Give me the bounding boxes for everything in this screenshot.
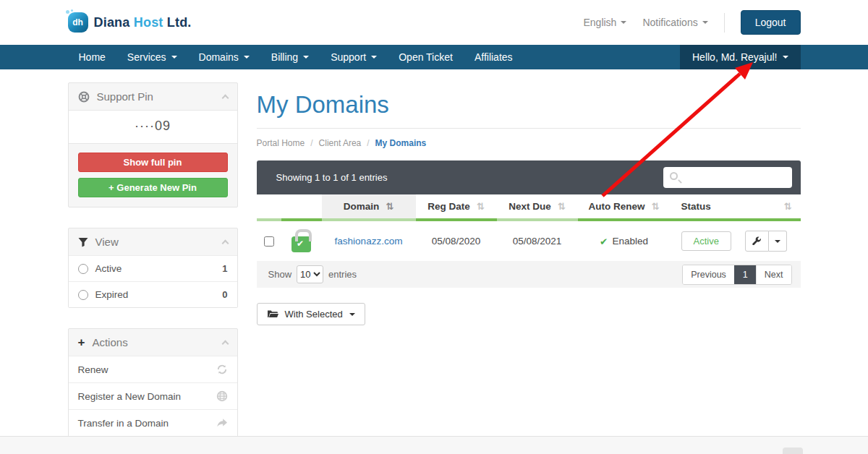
column-label: Reg Date xyxy=(427,201,470,212)
table-header-domain[interactable]: Domain xyxy=(322,194,416,221)
life-ring-icon xyxy=(78,91,90,103)
share-icon xyxy=(216,417,228,429)
with-selected-button[interactable]: With Selected xyxy=(257,303,365,325)
actions-panel: + Actions Renew Register a New Domain Tr… xyxy=(68,328,238,437)
view-option-active[interactable]: Active 1 xyxy=(69,255,237,281)
language-dropdown[interactable]: English xyxy=(583,17,626,28)
action-transfer-domain[interactable]: Transfer in a Domain xyxy=(69,409,237,436)
notifications-dropdown[interactable]: Notifications xyxy=(642,17,707,28)
chevron-down-icon xyxy=(371,56,377,59)
radio-icon[interactable] xyxy=(78,264,88,274)
generate-new-pin-button[interactable]: + Generate New Pin xyxy=(78,178,228,197)
sort-icon[interactable] xyxy=(652,201,660,212)
page-size-select[interactable]: 10 xyxy=(297,265,323,283)
breadcrumb-portal-home[interactable]: Portal Home xyxy=(257,138,305,148)
action-register-domain[interactable]: Register a New Domain xyxy=(69,382,237,409)
sort-icon[interactable] xyxy=(784,201,796,212)
view-option-count: 0 xyxy=(222,289,227,300)
sort-icon[interactable] xyxy=(558,201,566,212)
chevron-down-icon xyxy=(171,56,177,59)
nav-item-open-ticket[interactable]: Open Ticket xyxy=(388,45,464,69)
domain-link[interactable]: fashionazz.com xyxy=(335,236,403,247)
table-header-next-due[interactable]: Next Due xyxy=(497,194,578,221)
table-header-checkbox xyxy=(257,194,281,221)
brand-logo-icon: dh xyxy=(68,12,88,33)
back-to-top-button[interactable] xyxy=(783,447,803,454)
support-pin-title: Support Pin xyxy=(97,90,153,103)
breadcrumb-separator: / xyxy=(367,138,369,148)
brand-name: Diana Host Ltd. xyxy=(94,15,192,30)
support-pin-value: ····09 xyxy=(69,110,237,144)
user-greeting-label: Hello, Md. Reyajul! xyxy=(692,51,778,63)
sort-icon[interactable] xyxy=(386,201,393,212)
language-label: English xyxy=(583,17,616,28)
domains-table: Showing 1 to 1 of 1 entries Domain Reg D… xyxy=(257,160,801,288)
breadcrumb-client-area[interactable]: Client Area xyxy=(319,138,362,148)
nav-label: Open Ticket xyxy=(399,51,453,63)
table-header-auto-renew[interactable]: Auto Renew xyxy=(578,194,671,221)
manage-domain-button[interactable] xyxy=(745,231,769,252)
with-selected-label: With Selected xyxy=(285,309,343,320)
auto-renew-cell: ✔Enabled xyxy=(578,236,671,247)
plus-icon: + xyxy=(109,182,114,193)
auto-renew-label: Enabled xyxy=(612,236,648,247)
nav-label: Services xyxy=(127,51,166,63)
nav-item-services[interactable]: Services xyxy=(116,45,188,69)
actions-header[interactable]: + Actions xyxy=(69,329,237,356)
table-header-reg-date[interactable]: Reg Date xyxy=(416,194,497,221)
globe-icon xyxy=(216,390,228,402)
pagination-previous[interactable]: Previous xyxy=(683,265,734,284)
next-due-cell: 05/08/2021 xyxy=(497,236,578,247)
chevron-down-icon xyxy=(244,56,250,59)
header-divider xyxy=(724,13,725,33)
chevron-down-icon xyxy=(303,56,309,59)
chevron-down-icon xyxy=(702,21,708,24)
nav-item-affiliates[interactable]: Affiliates xyxy=(464,45,524,69)
nav-item-domains[interactable]: Domains xyxy=(188,45,260,69)
table-summary: Showing 1 to 1 of 1 entries xyxy=(265,172,388,183)
breadcrumb-separator: / xyxy=(310,138,312,148)
action-renew[interactable]: Renew xyxy=(69,356,237,382)
column-label: Auto Renew xyxy=(589,201,645,212)
view-option-expired[interactable]: Expired 0 xyxy=(69,281,237,307)
chevron-down-icon xyxy=(775,240,780,243)
table-header-lock xyxy=(281,194,322,221)
view-header[interactable]: View xyxy=(69,228,237,255)
table-footer: Show 10 entries Previous 1 Next xyxy=(257,261,801,288)
pagination-page-1[interactable]: 1 xyxy=(734,265,756,284)
nav-item-support[interactable]: Support xyxy=(320,45,388,69)
sort-icon[interactable] xyxy=(477,201,485,212)
pagination-next[interactable]: Next xyxy=(756,265,791,284)
main-navbar: Home Services Domains Billing Support Op… xyxy=(0,45,868,69)
nav-item-billing[interactable]: Billing xyxy=(260,45,320,69)
nav-label: Support xyxy=(331,51,366,63)
user-greeting-dropdown[interactable]: Hello, Md. Reyajul! xyxy=(680,45,801,69)
breadcrumb: Portal Home / Client Area / My Domains xyxy=(257,138,801,148)
nav-label: Billing xyxy=(271,51,298,63)
table-search-input[interactable] xyxy=(663,167,792,188)
reg-date-cell: 05/08/2020 xyxy=(416,236,497,247)
view-title: View xyxy=(95,236,119,248)
nav-label: Domains xyxy=(199,51,239,63)
wrench-icon xyxy=(752,236,762,247)
brand-name-first: Diana xyxy=(94,15,130,30)
manage-domain-dropdown[interactable] xyxy=(769,231,787,252)
chevron-down-icon xyxy=(349,313,355,316)
nav-item-home[interactable]: Home xyxy=(68,45,116,69)
radio-icon[interactable] xyxy=(78,290,88,300)
brand-name-second: Host xyxy=(134,15,163,30)
support-pin-header[interactable]: Support Pin xyxy=(69,83,237,110)
chevron-up-icon xyxy=(221,95,229,102)
action-label: Transfer in a Domain xyxy=(78,418,169,429)
brand-logo[interactable]: dh Diana Host Ltd. xyxy=(68,12,192,33)
breadcrumb-my-domains: My Domains xyxy=(375,138,427,148)
view-option-label: Active xyxy=(95,263,122,274)
chevron-up-icon xyxy=(221,340,229,348)
table-header-status[interactable]: Status xyxy=(671,194,801,221)
status-active-button[interactable]: Active xyxy=(681,231,731,251)
show-label: Show xyxy=(268,269,292,280)
show-full-pin-button[interactable]: Show full pin xyxy=(78,153,228,172)
row-checkbox[interactable] xyxy=(264,236,274,247)
logout-button[interactable]: Logout xyxy=(741,10,801,35)
support-pin-panel: Support Pin ····09 Show full pin + Gener… xyxy=(68,82,238,207)
